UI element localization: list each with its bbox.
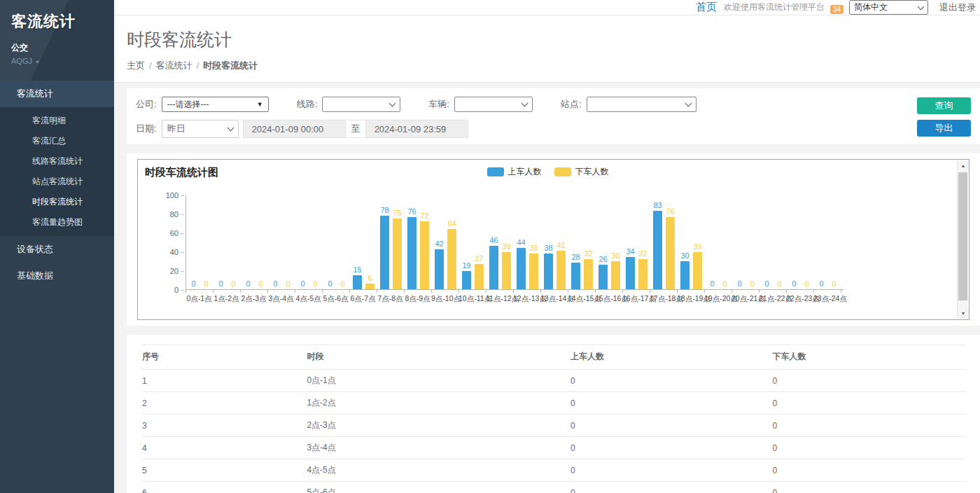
table-header-cell: 上车人数 — [570, 345, 772, 370]
vehicle-select[interactable] — [454, 97, 533, 112]
sidebar-item[interactable]: 设备状态 — [0, 236, 114, 263]
sidebar: 客流统计 公交 AQGJ▼ 客流统计 客流明细客流汇总线路客流统计站点客流统计时… — [0, 0, 114, 493]
date-preset-select[interactable]: 昨日 — [162, 120, 239, 138]
bar — [638, 259, 648, 289]
station-select[interactable] — [587, 97, 696, 112]
welcome-text: 欢迎使用客流统计管理平台 — [724, 1, 825, 13]
chevron-down-icon — [389, 100, 396, 107]
start-date-input[interactable]: 2024-01-09 00:00 — [243, 120, 346, 138]
notification-badge: 34 — [830, 5, 844, 14]
y-tick-label: 60 — [170, 229, 178, 237]
bar-value-label: 0 — [737, 280, 741, 288]
app-root: 客流统计 公交 AQGJ▼ 客流统计 客流明细客流汇总线路客流统计站点客流统计时… — [0, 0, 980, 493]
page-title: 时段客流统计 — [127, 28, 980, 51]
table-cell: 0 — [570, 459, 772, 482]
bar-value-label: 0 — [246, 280, 250, 288]
scrollbar-thumb[interactable] — [958, 172, 967, 300]
chart-legend: 上车人数下车人数 — [138, 166, 958, 178]
bar-group: 8376 — [650, 195, 678, 289]
x-tick — [405, 290, 432, 293]
y-axis: 020406080100 — [145, 195, 186, 290]
x-tick — [514, 290, 541, 293]
bar-value-label: 0 — [832, 280, 836, 288]
breadcrumb-item[interactable]: 主页 — [127, 60, 145, 71]
y-tick-label: 20 — [170, 267, 178, 275]
bar-value-label: 32 — [638, 250, 647, 258]
bar-group: 00 — [732, 195, 760, 289]
bar-value-label: 0 — [777, 280, 781, 288]
bar-value-label: 28 — [571, 254, 580, 261]
sidebar-subitem[interactable]: 站点客流统计 — [0, 172, 114, 192]
scroll-down-icon[interactable]: ▼ — [958, 308, 969, 319]
bar-value-label: 0 — [710, 280, 714, 288]
bar-column: 0 — [775, 195, 785, 289]
sidebar-item-passenger-stats[interactable]: 客流统计 — [0, 81, 114, 107]
query-button[interactable]: 查询 — [917, 97, 971, 114]
sidebar-item[interactable]: 基础数据 — [0, 263, 114, 289]
bar-value-label: 34 — [626, 248, 634, 256]
end-date-input[interactable]: 2024-01-09 23:59 — [365, 120, 468, 138]
org-name: 公交 — [11, 42, 114, 54]
bar-value-label: 72 — [420, 212, 428, 220]
breadcrumb-item[interactable]: 客流统计 — [156, 60, 192, 71]
sidebar-mainmenu: 设备状态基础数据 — [0, 236, 114, 289]
sidebar-subitem[interactable]: 客流汇总 — [0, 131, 114, 151]
bar-group: 00 — [214, 195, 241, 289]
export-button[interactable]: 导出 — [917, 120, 971, 137]
bar — [365, 284, 374, 289]
x-tick — [787, 290, 814, 293]
x-axis-label: 0点-1点 — [186, 294, 213, 304]
bar — [598, 265, 608, 289]
bar-value-label: 38 — [529, 244, 538, 252]
y-tick-label: 80 — [170, 210, 178, 218]
x-tick — [568, 290, 596, 293]
x-tick — [678, 290, 705, 293]
bar-column: 76 — [407, 195, 417, 289]
x-axis-label: 16点-17点 — [622, 294, 650, 304]
table-cell: 0 — [570, 437, 772, 459]
table-cell: 2点-3点 — [307, 415, 570, 437]
bar-column: 0 — [790, 195, 799, 289]
bar-group: 00 — [705, 195, 732, 289]
chart-panel: 时段车流统计图 上车人数下车人数 020406080100 0000000000… — [127, 153, 980, 326]
bar-group: 2832 — [568, 195, 596, 289]
date-label: 日期: — [136, 123, 157, 135]
legend-item[interactable]: 上车人数 — [487, 166, 542, 178]
chart-scrollbar[interactable]: ▲ ▼ — [957, 160, 968, 319]
legend-item[interactable]: 下车人数 — [554, 166, 609, 178]
x-tick — [268, 290, 295, 293]
x-axis-label: 23点-24点 — [813, 294, 841, 304]
scroll-up-icon[interactable]: ▲ — [958, 160, 969, 171]
sidebar-subitem[interactable]: 时段客流统计 — [0, 192, 114, 212]
bar-value-label: 38 — [544, 244, 552, 252]
language-select-value: 简体中文 — [854, 1, 888, 13]
home-link[interactable]: 首页 — [696, 1, 717, 14]
legend-swatch — [554, 167, 571, 176]
bar — [475, 264, 484, 289]
y-tick-label: 100 — [166, 191, 178, 200]
x-tick — [596, 290, 623, 293]
bar-value-label: 39 — [502, 243, 510, 251]
company-select-value: ---请选择--- — [167, 99, 209, 111]
bar — [380, 216, 389, 289]
x-axis-label: 1点-2点 — [213, 294, 240, 304]
bar-value-label: 0 — [258, 280, 262, 288]
bar-value-label: 83 — [653, 202, 662, 209]
bar-column: 0 — [802, 195, 812, 289]
language-select[interactable]: 简体中文 — [849, 0, 928, 15]
bar — [393, 218, 402, 289]
sidebar-subitem[interactable]: 线路客流统计 — [0, 151, 114, 172]
company-select[interactable]: ---请选择--- ▼ — [162, 97, 269, 112]
bar-column: 0 — [338, 195, 348, 289]
bar-value-label: 46 — [489, 237, 498, 244]
bar-column: 30 — [680, 195, 690, 289]
sidebar-subitem[interactable]: 客流量趋势图 — [0, 212, 114, 232]
bar-value-label: 0 — [191, 280, 195, 288]
bar-value-label: 44 — [517, 239, 525, 246]
user-dropdown[interactable]: AQGJ▼ — [11, 57, 114, 65]
logout-link[interactable]: 退出登录 — [939, 1, 976, 14]
line-select[interactable] — [322, 97, 400, 112]
sidebar-subitem[interactable]: 客流明细 — [0, 111, 114, 131]
x-axis-label: 7点-8点 — [377, 294, 404, 304]
page-heading: 时段客流统计 主页/客流统计/时段客流统计 — [114, 15, 980, 83]
